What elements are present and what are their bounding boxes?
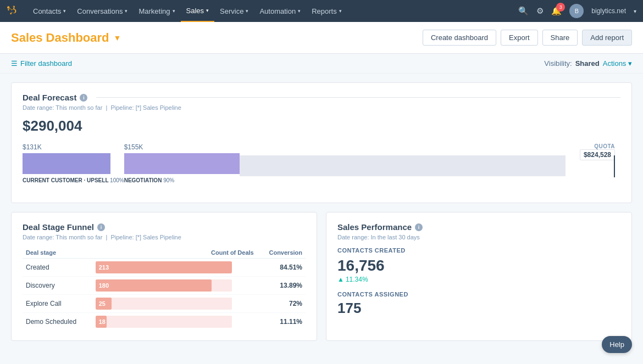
contacts-assigned-label: CONTACTS ASSIGNED <box>337 291 620 298</box>
nav-service[interactable]: Service ▾ <box>214 0 254 22</box>
create-dashboard-button[interactable]: Create dashboard <box>423 30 496 46</box>
visibility-area: Visibility: Shared Actions ▾ <box>544 59 632 68</box>
nav-reports-caret: ▾ <box>339 8 342 14</box>
deal-forecast-card: Deal Forecast i Date range: This month s… <box>11 82 632 203</box>
dashboard-title-dropdown[interactable]: ▼ <box>114 33 121 42</box>
bar-negotiation-stage-label: NEGOTIATION 90% <box>124 177 240 183</box>
filter-icon: ☰ <box>11 59 18 68</box>
nav-contacts-caret: ▾ <box>63 8 66 14</box>
deal-stage-funnel-title: Deal Stage Funnel i <box>23 222 306 232</box>
table-row: Created 213 84.51% <box>23 259 306 277</box>
deal-forecast-amount: $290,004 <box>23 117 620 135</box>
help-button[interactable]: Help <box>602 336 632 353</box>
col-conversion: Conversion <box>257 247 306 259</box>
bar-cell: 18 <box>92 313 235 331</box>
sales-performance-card: Sales Performance i Date range: In the l… <box>326 212 632 341</box>
stage-name: Demo Scheduled <box>23 313 92 331</box>
deal-forecast-title: Deal Forecast i <box>23 93 620 102</box>
deal-stage-funnel-subtitle: Date range: This month so far | Pipeline… <box>23 234 306 240</box>
nav-marketing[interactable]: Marketing ▾ <box>133 0 180 22</box>
conversion-value: 84.51% <box>257 259 306 277</box>
settings-icon[interactable]: ⚙ <box>536 6 544 16</box>
deal-forecast-info-icon[interactable]: i <box>80 94 87 102</box>
bar-upsell-stage-label: CURRENT CUSTOMER · UPSELL 100% <box>23 177 124 183</box>
contacts-created-value: 16,756 <box>337 257 620 275</box>
user-label[interactable]: biglytics.net <box>591 7 626 15</box>
table-row: Demo Scheduled 18 11.11% <box>23 313 306 331</box>
bar-negotiation-label-top: $155K <box>124 143 240 151</box>
count-value <box>235 295 257 313</box>
dashboard-title: Sales Dashboard <box>11 31 109 45</box>
actions-button[interactable]: Actions ▾ <box>603 59 632 68</box>
deal-stage-funnel-info-icon[interactable]: i <box>97 223 105 231</box>
dashboard-title-area: Sales Dashboard ▼ <box>11 31 121 45</box>
actions-caret: ▾ <box>628 59 632 68</box>
table-row: Explore Call 25 72% <box>23 295 306 313</box>
dashboard-actions: Create dashboard Export Share Add report <box>423 30 632 46</box>
conversion-value: 13.89% <box>257 277 306 295</box>
nav-marketing-caret: ▾ <box>173 8 175 14</box>
avatar[interactable]: B <box>569 4 584 18</box>
top-navigation: Contacts ▾ Conversations ▾ Marketing ▾ S… <box>0 0 643 22</box>
bar-cell: 180 <box>92 277 235 295</box>
add-report-button[interactable]: Add report <box>582 30 632 46</box>
nav-automation-caret: ▾ <box>298 8 301 14</box>
nav-conversations[interactable]: Conversations ▾ <box>71 0 133 22</box>
count-value <box>235 313 257 331</box>
dashboard-header: Sales Dashboard ▼ Create dashboard Expor… <box>0 22 643 54</box>
stage-name: Created <box>23 259 92 277</box>
contacts-assigned-section: CONTACTS ASSIGNED 175 <box>337 291 620 317</box>
export-button[interactable]: Export <box>501 30 538 46</box>
conversion-value: 11.11% <box>257 313 306 331</box>
quota-area: QUOTA $824,528 <box>580 143 615 160</box>
sales-performance-subtitle: Date range: In the last 30 days <box>337 234 620 240</box>
sales-performance-title: Sales Performance i <box>337 222 620 232</box>
deal-forecast-subtitle: Date range: This month so far | Pipeline… <box>23 104 620 111</box>
bar-empty <box>240 155 566 176</box>
hubspot-logo[interactable] <box>7 5 19 17</box>
nav-automation[interactable]: Automation ▾ <box>254 0 306 22</box>
nav-sales-caret: ▾ <box>206 8 209 13</box>
nav-reports[interactable]: Reports ▾ <box>306 0 347 22</box>
main-content: Deal Forecast i Date range: This month s… <box>0 74 643 359</box>
stage-name: Discovery <box>23 277 92 295</box>
sales-performance-info-icon[interactable]: i <box>415 223 423 231</box>
user-menu-caret[interactable]: ▾ <box>634 8 636 14</box>
filter-dashboard-link[interactable]: ☰ Filter dashboard <box>11 59 72 68</box>
share-button[interactable]: Share <box>542 30 578 46</box>
bar-upsell-label-top: $131K <box>23 143 124 151</box>
bar-negotiation-rect <box>124 153 240 174</box>
quota-vertical-line <box>614 155 615 177</box>
table-row: Discovery 180 13.89% <box>23 277 306 295</box>
two-col-row: Deal Stage Funnel i Date range: This mon… <box>11 212 632 350</box>
contacts-assigned-value: 175 <box>337 300 620 317</box>
bar-group-negotiation: $155K NEGOTIATION 90% <box>124 143 240 183</box>
contacts-created-change: ▲ 11.34% <box>337 276 620 283</box>
filter-bar: ☰ Filter dashboard Visibility: Shared Ac… <box>0 54 643 74</box>
deal-forecast-chart: QUOTA $824,528 $131K CURRENT CUSTOMER · … <box>23 143 620 193</box>
count-value <box>235 277 257 295</box>
search-icon[interactable]: 🔍 <box>518 6 529 16</box>
funnel-table: Deal stage Count of Deals Conversion Cre… <box>23 247 306 331</box>
quota-label: QUOTA <box>580 143 615 149</box>
bar-cell: 213 <box>92 259 235 277</box>
col-stage: Deal stage <box>23 247 92 259</box>
bar-upsell-rect <box>23 153 110 174</box>
visibility-value: Shared <box>575 59 600 68</box>
notifications-icon[interactable]: 🔔 3 <box>551 6 562 16</box>
stage-name: Explore Call <box>23 295 92 313</box>
conversion-value: 72% <box>257 295 306 313</box>
forecast-bars-row: $131K CURRENT CUSTOMER · UPSELL 100% $15… <box>23 143 566 183</box>
count-value <box>235 259 257 277</box>
bar-group-upsell: $131K CURRENT CUSTOMER · UPSELL 100% <box>23 143 124 183</box>
bar-cell: 25 <box>92 295 235 313</box>
nav-contacts[interactable]: Contacts ▾ <box>27 0 71 22</box>
nav-sales[interactable]: Sales ▾ <box>181 0 215 22</box>
nav-service-caret: ▾ <box>246 8 248 14</box>
contacts-created-label: CONTACTS CREATED <box>337 247 620 254</box>
deal-stage-funnel-card: Deal Stage Funnel i Date range: This mon… <box>11 212 317 341</box>
col-count: Count of Deals <box>92 247 257 259</box>
quota-value: $824,528 <box>580 149 615 160</box>
notification-badge: 3 <box>556 3 565 12</box>
contacts-created-section: CONTACTS CREATED 16,756 ▲ 11.34% <box>337 247 620 283</box>
